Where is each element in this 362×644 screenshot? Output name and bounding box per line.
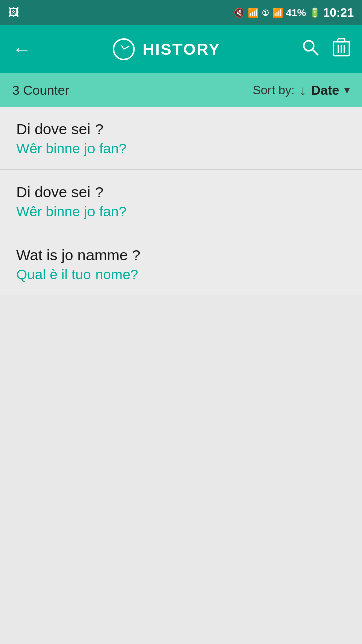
history-clock-icon — [113, 38, 135, 60]
list-item-translation: Wêr binne jo fan? — [16, 204, 346, 220]
back-button[interactable]: ← — [12, 39, 31, 60]
status-bar: 🖼 🔇 📶 ① 📶 41% 🔋 10:21 — [0, 0, 362, 25]
list-item-translation: Qual è il tuo nome? — [16, 267, 346, 283]
list-item[interactable]: Di dove sei ? Wêr binne jo fan? — [0, 107, 362, 170]
list-item-original: Wat is jo namme ? — [16, 247, 346, 264]
list-item-original: Di dove sei ? — [16, 184, 346, 201]
status-bar-right: 🔇 📶 ① 📶 41% 🔋 10:21 — [234, 6, 354, 20]
battery-icon: 🔋 — [309, 7, 320, 18]
sort-label: Sort by: — [253, 83, 295, 97]
history-list: Di dove sei ? Wêr binne jo fan? Di dove … — [0, 107, 362, 295]
filter-bar: 3 Counter Sort by: ↓ Date ▾ — [0, 73, 362, 107]
list-item[interactable]: Di dove sei ? Wêr binne jo fan? — [0, 170, 362, 232]
signal-icon: 📶 — [272, 7, 283, 18]
app-bar-actions — [302, 38, 350, 61]
time: 10:21 — [323, 6, 354, 20]
sim-icon: ① — [262, 8, 269, 18]
app-bar: ← HISTORY — [0, 25, 362, 73]
image-icon: 🖼 — [8, 6, 19, 19]
svg-line-1 — [312, 49, 318, 55]
svg-rect-4 — [338, 39, 345, 42]
list-item[interactable]: Wat is jo namme ? Qual è il tuo nome? — [0, 232, 362, 295]
mute-icon: 🔇 — [234, 7, 245, 18]
list-item-translation: Wêr binne jo fan? — [16, 141, 346, 157]
wifi-icon: 📶 — [248, 7, 259, 18]
sort-value: Date — [311, 83, 339, 98]
sort-button[interactable]: Sort by: ↓ Date ▾ — [253, 83, 350, 98]
counter-label: 3 Counter — [12, 83, 69, 98]
search-button[interactable] — [302, 39, 319, 60]
status-bar-left: 🖼 — [8, 6, 19, 19]
dropdown-icon: ▾ — [344, 84, 350, 97]
sort-arrow-icon: ↓ — [300, 83, 306, 98]
delete-button[interactable] — [333, 38, 350, 61]
battery-text: 41% — [286, 7, 306, 19]
app-bar-title-area: HISTORY — [41, 38, 292, 60]
list-item-original: Di dove sei ? — [16, 121, 346, 138]
clock-hand-minute — [123, 46, 129, 50]
page-title: HISTORY — [143, 40, 220, 59]
